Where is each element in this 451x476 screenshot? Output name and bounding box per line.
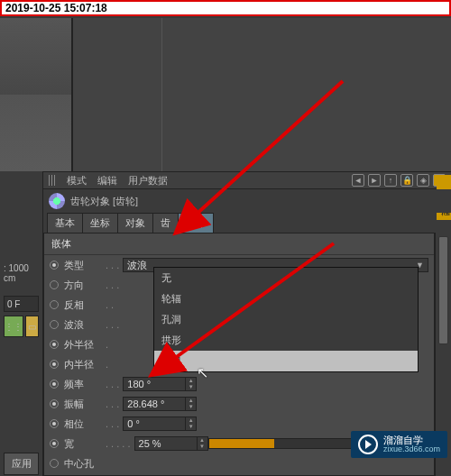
nav-fwd-icon[interactable]: ► <box>368 174 381 187</box>
radio-icon[interactable] <box>50 340 59 349</box>
panel-title: 嵌体 <box>44 233 434 255</box>
menu-userdata[interactable]: 用户数据 <box>128 174 168 188</box>
radio-icon[interactable] <box>50 439 59 448</box>
menu-edit[interactable]: 编辑 <box>97 174 117 188</box>
amp-label: 振幅 <box>64 398 106 411</box>
object-header: 齿轮对象 [齿轮] <box>43 189 451 213</box>
freq-input[interactable]: 180 ° <box>123 377 186 391</box>
width-label: 宽 <box>64 437 106 451</box>
radio-icon[interactable] <box>50 280 59 289</box>
invert-label: 反相 <box>64 298 106 312</box>
type-label: 类型 <box>64 259 106 272</box>
spinner[interactable]: ▲▼ <box>186 377 197 391</box>
left-toolbar: : 1000 cm 0 F ⋮⋮ ▭ 应用 <box>0 171 43 476</box>
spinner[interactable]: ▲▼ <box>198 436 208 451</box>
viewport-right <box>72 18 451 171</box>
center-label: 中心孔 <box>64 457 106 471</box>
phase-label: 相位 <box>64 417 106 431</box>
inner-r-label: 内半径 <box>64 358 106 371</box>
opt-none[interactable]: 无 <box>154 268 418 288</box>
tab-tooth[interactable]: 齿 <box>152 213 179 233</box>
wave-label: 波浪 <box>64 318 106 332</box>
dir-label: 方向 <box>64 279 106 292</box>
radio-icon[interactable] <box>50 459 59 468</box>
freq-label: 频率 <box>64 378 106 391</box>
menu-mode[interactable]: 模式 <box>67 174 87 188</box>
opt-hole[interactable]: 孔洞 <box>154 309 418 330</box>
tab-coord[interactable]: 坐标 <box>82 213 118 233</box>
opt-spoke[interactable]: 轮辐 <box>154 288 418 309</box>
nav-back-icon[interactable]: ◄ <box>352 174 364 187</box>
timestamp-bar: 2019-10-25 15:07:18 <box>0 0 451 16</box>
shelf-icons: ⋮⋮ ▭ <box>4 316 39 337</box>
viewport-left <box>0 18 72 171</box>
phase-input[interactable]: 0 ° <box>123 416 186 431</box>
grip-icon[interactable] <box>49 175 56 186</box>
shelf-btn-2[interactable]: ▭ <box>25 316 39 337</box>
spinner[interactable]: ▲▼ <box>186 416 197 431</box>
distance-label: : 1000 cm <box>0 261 42 285</box>
radio-icon[interactable] <box>50 320 59 329</box>
apply-button[interactable]: 应用 <box>4 453 39 475</box>
cursor-icon: ↖ <box>197 364 208 381</box>
opt-wave[interactable]: 波浪 <box>154 351 418 371</box>
radio-icon[interactable] <box>50 419 59 428</box>
amp-input[interactable]: 28.648 ° <box>123 397 186 411</box>
lock-icon[interactable]: 🔒 <box>400 174 413 187</box>
tabs: 基本 坐标 对象 齿 嵌体 <box>43 213 451 233</box>
frame-field[interactable]: 0 F <box>4 296 39 312</box>
shelf-btn-1[interactable]: ⋮⋮ <box>4 316 23 337</box>
tab-base[interactable]: 基本 <box>47 213 83 233</box>
spinner[interactable]: ▲▼ <box>186 397 197 411</box>
radio-icon[interactable] <box>50 380 59 389</box>
nav-up-icon[interactable]: ↑ <box>384 174 397 187</box>
attribute-menubar: 模式 编辑 用户数据 ◄ ► ↑ 🔒 ◈ + <box>43 171 451 189</box>
row-freq: 频率. . . 180 ° ▲▼ <box>44 374 434 394</box>
watermark-url: zixue.3d66.com <box>383 445 440 454</box>
object-title: 齿轮对象 [齿轮] <box>70 195 138 208</box>
type-dropdown-list: 无 轮辐 孔洞 拱形 波浪 <box>153 267 419 372</box>
row-amp: 振幅. . . 28.648 ° ▲▼ <box>44 394 434 414</box>
scrollbar-thumb[interactable] <box>438 236 448 344</box>
tab-inlay[interactable]: 嵌体 <box>178 213 214 233</box>
radio-icon[interactable] <box>50 300 59 309</box>
play-icon <box>358 435 378 454</box>
radio-icon[interactable] <box>50 399 59 408</box>
outer-r-label: 外半径 <box>64 338 106 352</box>
tab-object[interactable]: 对象 <box>117 213 153 233</box>
width-input[interactable]: 25 % <box>134 436 198 451</box>
radio-icon[interactable] <box>50 360 59 369</box>
tag-icon[interactable]: ◈ <box>417 174 429 187</box>
opt-arch[interactable]: 拱形 <box>154 330 418 351</box>
gear-icon <box>49 193 65 209</box>
watermark: 溜溜自学 zixue.3d66.com <box>351 431 447 458</box>
radio-icon[interactable] <box>50 261 59 270</box>
